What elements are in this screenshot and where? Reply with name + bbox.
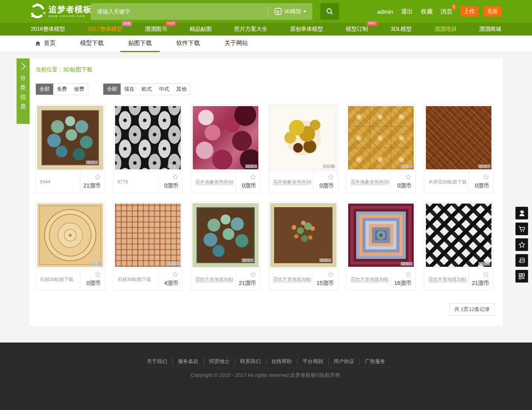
footer-link[interactable]: 用户协议 [328,358,359,365]
subnav-tab[interactable]: 软件下载 [168,36,208,52]
cart-button[interactable] [515,223,528,235]
texture-card[interactable]: 木拼花3d贴图下载 0溜币 [424,104,493,193]
favorite-star-icon[interactable] [172,271,179,278]
favorite-star-icon[interactable] [327,174,334,180]
nav-item[interactable]: 2016整体模型 [31,26,65,33]
texture-card[interactable]: 花卉抽象装饰画3d 0溜币 [269,104,338,193]
texture-thumbnail[interactable] [424,202,493,268]
texture-title[interactable]: 石材3d贴图下载 [40,276,73,283]
filter-option[interactable]: 中式 [155,84,173,95]
texture-thumbnail[interactable] [191,105,260,171]
filter-option[interactable]: 全部 [103,84,121,95]
header-user-link[interactable]: 收藏 [421,8,433,15]
texture-title[interactable]: 花卉抽象装饰画3d [351,179,389,185]
site-logo[interactable]: 追梦者模板 www.zmzmb.com [29,3,92,19]
category-info-tab[interactable]: 分 类 信 息 [17,58,30,124]
texture-card-info: 木拼花3d贴图下载 0溜币 [424,171,493,193]
header-action-button[interactable]: 上传 [460,6,478,17]
header-user-link[interactable]: admin [377,8,393,15]
nav-item[interactable]: 溜溜商城 [479,26,501,33]
footer-link[interactable]: 关于我们 [142,358,172,365]
texture-thumbnail[interactable] [269,202,338,268]
nav-item[interactable]: 照片方案大全 [234,26,267,33]
filter-option[interactable]: 欧式 [138,84,155,95]
texture-thumbnail[interactable] [269,105,338,171]
favorite-star-icon[interactable] [327,271,334,278]
texture-image [348,106,414,170]
header-action-button[interactable]: 充值 [483,6,502,17]
footer-link[interactable]: 在线帮助 [266,358,297,365]
texture-card[interactable]: 5444 21溜币 [35,104,105,193]
texture-title[interactable]: 花纹方形地毯3d贴 [428,276,467,283]
texture-card[interactable]: 花纹方形地毯3d贴 21溜币 [424,202,493,290]
texture-card[interactable]: 花卉抽象装饰画3d 0溜币 [346,104,416,193]
footer-link[interactable]: 广告服务 [359,358,390,365]
texture-title[interactable]: 5444 [40,179,50,185]
favorite-star-icon[interactable] [483,174,489,180]
texture-title[interactable]: 花纹方形地毯3d贴 [273,276,311,283]
nav-item[interactable]: 原创单体模型 [290,26,323,33]
filter-option[interactable]: 收费 [71,84,88,95]
texture-title[interactable]: 花卉抽象装饰画3d [273,179,311,185]
favorite-star-icon[interactable] [250,271,256,278]
texture-title[interactable]: 木拼花3d贴图下载 [428,179,467,185]
favorite-star-icon[interactable] [94,174,101,180]
subnav-tab[interactable]: 贴图下载 [120,36,160,52]
filter-option[interactable]: 免费 [53,84,71,95]
footer-link[interactable]: 联系我们 [235,358,266,365]
texture-card[interactable]: 石材3d贴图下载 0溜币 [35,202,105,290]
search-input[interactable] [91,3,268,20]
favorite-star-icon[interactable] [483,271,489,278]
favorite-star-icon[interactable] [405,271,412,278]
nav-item[interactable]: 精品贴图 [190,26,212,33]
nav-item-label: 溜溜培训 [435,26,457,32]
favorite-star-icon[interactable] [250,174,256,180]
texture-card[interactable]: 花纹方形地毯3d贴 21溜币 [191,202,260,290]
favorite-button[interactable] [515,238,528,251]
search-button[interactable] [320,3,339,20]
texture-title[interactable]: 花卉抽象装饰画3d [195,179,233,185]
pagination-prefix: 共 [454,306,461,312]
nav-item[interactable]: 模型订制PRO [346,26,368,33]
texture-thumbnail[interactable] [347,202,415,268]
texture-thumbnail[interactable] [424,105,493,171]
footer-link[interactable]: 招贤纳士 [203,358,235,365]
nav-item[interactable]: 2017整体模型new [88,26,122,33]
texture-title[interactable]: 花纹方形地毯3d贴 [351,276,389,283]
subnav-tab[interactable]: 首页 [35,36,63,52]
texture-thumbnail[interactable] [347,105,415,171]
subnav-tab[interactable]: 关于网站 [217,36,256,52]
texture-thumbnail[interactable] [191,202,260,268]
coins-button[interactable] [515,254,528,267]
texture-thumbnail[interactable] [114,202,182,268]
texture-card[interactable]: 石材3d贴图下载 4溜币 [113,202,183,290]
texture-title[interactable]: 石材3d贴图下载 [118,276,151,283]
nav-item[interactable]: 溜溜培训 [435,26,457,33]
nav-item[interactable]: 3DL模型 [390,26,412,33]
nav-item[interactable]: 溜溜图书HOT [145,26,167,33]
footer-link[interactable]: 平台规则 [297,358,328,365]
texture-card[interactable]: 花卉抽象装饰画3d 0溜币 [191,104,260,193]
header-user-link[interactable]: 消息0 [441,8,452,15]
favorite-star-icon[interactable] [94,271,101,278]
texture-card[interactable]: 花纹方形地毯3d贴 16溜币 [346,202,416,290]
favorite-star-icon[interactable] [405,174,412,180]
filter-option[interactable]: 其他 [173,84,190,95]
filter-option[interactable]: 全部 [36,84,53,95]
subnav-tab[interactable]: 模型下载 [72,36,112,52]
model-type-dropdown[interactable]: 6 3D模型 [268,6,312,17]
texture-title[interactable]: 花纹方形地毯3d贴 [195,276,233,283]
texture-card[interactable]: 8778 0溜币 [113,104,183,193]
texture-thumbnail[interactable] [36,202,105,268]
texture-card[interactable]: 花纹方形地毯3d贴 15溜币 [269,202,338,290]
texture-thumbnail[interactable] [114,105,182,171]
customer-service-button[interactable] [515,207,528,219]
header-user-link[interactable]: 退出 [401,8,413,15]
texture-thumbnail[interactable] [36,105,105,171]
footer-link[interactable]: 服务条款 [172,358,203,365]
qrcode-button[interactable] [515,270,528,283]
favorite-star-icon[interactable] [172,174,179,180]
filter-option[interactable]: 现在 [121,84,138,95]
chevron-down-icon [303,11,306,13]
texture-title[interactable]: 8778 [118,179,128,185]
